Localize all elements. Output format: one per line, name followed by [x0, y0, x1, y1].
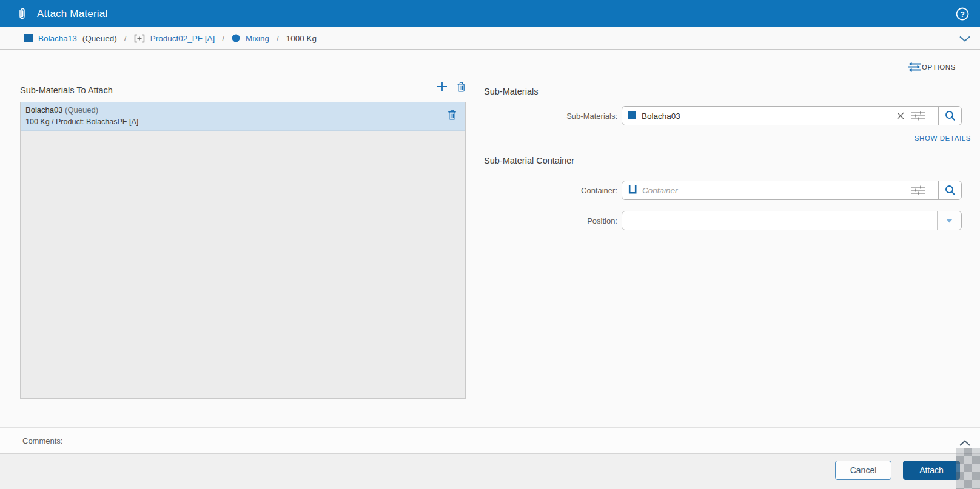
- paperclip-icon: [18, 7, 27, 21]
- options-label: OPTIONS: [922, 64, 956, 71]
- item-details: 100 Kg / Product: BolachasPF [A]: [25, 118, 459, 126]
- list-item[interactable]: Bolacha03 (Queued) 100 Kg / Product: Bol…: [21, 102, 465, 131]
- item-name: Bolacha03: [25, 105, 62, 115]
- position-field-label: Position:: [490, 216, 617, 225]
- sub-materials-field[interactable]: Bolacha03: [622, 106, 962, 125]
- container-field-label: Container:: [490, 186, 617, 195]
- dropdown-toggle-button[interactable]: [937, 211, 961, 230]
- container-section-title: Sub-Material Container: [484, 156, 574, 165]
- breadcrumb-material-status: (Queued): [82, 34, 117, 43]
- remove-item-button[interactable]: [448, 110, 457, 122]
- comments-label: Comments:: [22, 436, 62, 445]
- search-button[interactable]: [938, 181, 961, 199]
- position-dropdown[interactable]: [622, 211, 962, 230]
- title-bar: Attach Material ?: [0, 0, 980, 27]
- chevron-down-icon: [946, 219, 953, 223]
- help-icon[interactable]: ?: [956, 7, 969, 21]
- sub-materials-value: Bolacha03: [642, 111, 891, 121]
- item-status: (Queued): [65, 105, 98, 115]
- svg-text:?: ?: [960, 10, 965, 19]
- material-icon: [628, 110, 636, 121]
- show-details-link[interactable]: SHOW DETAILS: [915, 135, 971, 142]
- breadcrumb-separator: /: [275, 34, 281, 43]
- add-sub-material-button[interactable]: [437, 81, 448, 92]
- breadcrumb-material-link[interactable]: Bolacha13: [38, 34, 77, 43]
- chevron-up-icon[interactable]: [959, 438, 970, 449]
- left-panel-title: Sub-Materials To Attach: [20, 85, 113, 95]
- search-button[interactable]: [938, 107, 961, 125]
- chevron-down-icon[interactable]: [959, 34, 970, 45]
- attach-material-dialog: Attach Material ? Bolacha13 (Queued) / P…: [0, 0, 980, 489]
- attach-button[interactable]: Attach: [903, 461, 960, 480]
- breadcrumb-quantity: 1000 Kg: [286, 34, 317, 43]
- container-icon: [628, 185, 637, 196]
- breadcrumb-step-link[interactable]: Mixing: [246, 34, 269, 43]
- material-icon: [24, 34, 33, 42]
- footer-bar: Cancel Attach: [0, 454, 980, 489]
- options-button[interactable]: OPTIONS: [908, 62, 956, 72]
- breadcrumb: Bolacha13 (Queued) / Product02_PF [A] / …: [0, 27, 980, 50]
- product-icon: [134, 34, 145, 43]
- breadcrumb-separator: /: [220, 34, 226, 43]
- remove-all-button[interactable]: [457, 82, 466, 92]
- options-sliders-icon: [908, 62, 921, 72]
- breadcrumb-product-link[interactable]: Product02_PF [A]: [150, 34, 215, 43]
- page-title: Attach Material: [37, 8, 107, 20]
- position-value: [622, 211, 937, 230]
- clear-icon[interactable]: [897, 112, 904, 119]
- sub-materials-section-title: Sub-Materials: [484, 87, 538, 96]
- sub-materials-list: Bolacha03 (Queued) 100 Kg / Product: Bol…: [20, 102, 466, 399]
- step-icon: [232, 34, 240, 42]
- sub-materials-field-label: Sub-Materials:: [490, 111, 617, 121]
- comments-expander[interactable]: Comments:: [0, 427, 980, 454]
- container-input[interactable]: [642, 186, 906, 195]
- container-field[interactable]: [622, 181, 962, 200]
- search-icon: [945, 110, 956, 121]
- search-icon: [945, 185, 956, 196]
- breadcrumb-separator: /: [122, 34, 129, 43]
- cancel-button[interactable]: Cancel: [835, 461, 891, 480]
- filter-sliders-icon[interactable]: [911, 185, 925, 195]
- filter-sliders-icon[interactable]: [911, 111, 925, 121]
